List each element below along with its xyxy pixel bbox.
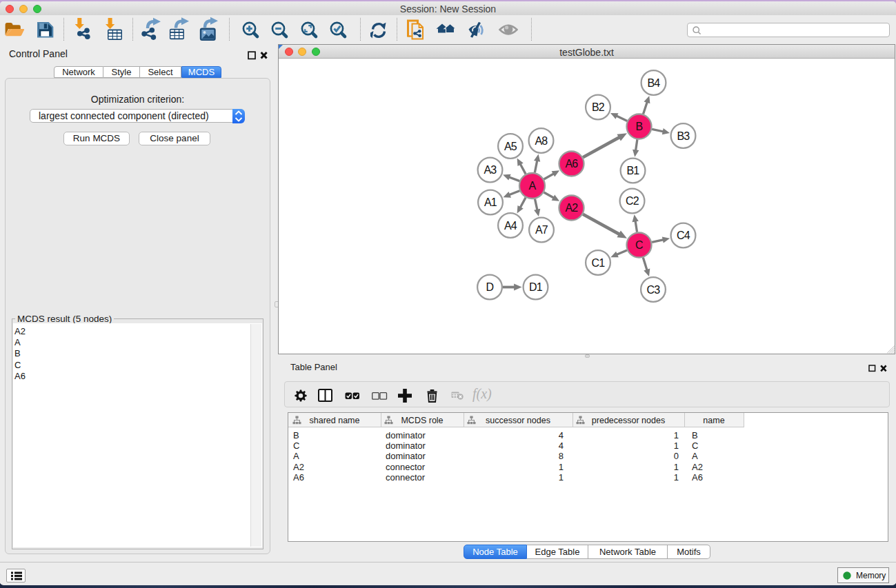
svg-text:C2: C2: [626, 195, 639, 207]
svg-text:A1: A1: [484, 196, 497, 208]
svg-text:D: D: [486, 281, 494, 293]
svg-text:A7: A7: [535, 224, 548, 236]
svg-text:C4: C4: [677, 230, 690, 241]
svg-text:D1: D1: [529, 281, 543, 293]
svg-text:A4: A4: [504, 220, 517, 232]
svg-text:B3: B3: [677, 130, 690, 142]
svg-text:C: C: [635, 239, 643, 251]
svg-text:C1: C1: [592, 257, 606, 269]
svg-text:C3: C3: [647, 284, 661, 296]
svg-text:B1: B1: [627, 165, 640, 176]
svg-text:A3: A3: [484, 164, 497, 176]
svg-text:B: B: [636, 121, 643, 132]
svg-text:B2: B2: [592, 101, 605, 113]
svg-text:A2: A2: [566, 202, 579, 214]
svg-text:A8: A8: [535, 135, 548, 147]
svg-text:A6: A6: [566, 158, 579, 170]
svg-text:A5: A5: [504, 141, 517, 152]
svg-text:A: A: [529, 180, 537, 192]
svg-text:B4: B4: [648, 77, 661, 89]
